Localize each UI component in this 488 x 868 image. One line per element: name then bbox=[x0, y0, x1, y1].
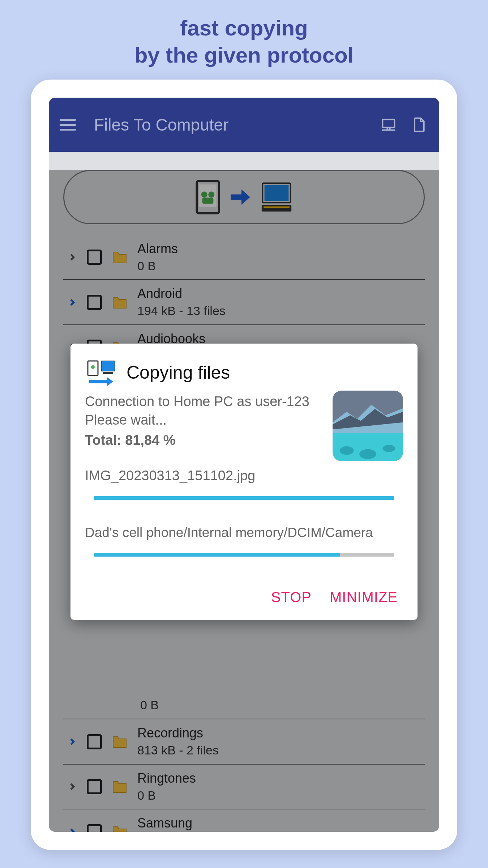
promo-heading: fast copyingby the given protocol bbox=[0, 0, 488, 80]
destination-path: Dad's cell phone/Internal memory/DCIM/Ca… bbox=[85, 525, 403, 540]
file-progress-bar bbox=[94, 496, 394, 500]
stop-button[interactable]: STOP bbox=[271, 589, 312, 605]
svg-rect-0 bbox=[383, 119, 395, 127]
dialog-title: Copying files bbox=[127, 362, 230, 383]
dialog-actions: STOP MINIMIZE bbox=[85, 589, 403, 605]
total-progress-fill bbox=[94, 553, 340, 557]
phone-frame: Files To Computer Alarms0 B bbox=[31, 80, 457, 850]
copy-dialog: Copying files Connection to Home PC as u… bbox=[70, 344, 418, 620]
computer-icon[interactable] bbox=[380, 116, 398, 134]
svg-rect-16 bbox=[103, 372, 113, 374]
svg-rect-15 bbox=[101, 361, 115, 371]
svg-point-21 bbox=[382, 445, 395, 452]
app-screen: Files To Computer Alarms0 B bbox=[49, 98, 439, 832]
dialog-body: Connection to Home PC as user-123 Please… bbox=[85, 392, 403, 605]
file-progress-fill bbox=[94, 496, 394, 500]
transfer-icon bbox=[85, 358, 117, 387]
content-area: Alarms0 B Android194 kB - 13 files Audio… bbox=[49, 170, 439, 832]
total-progress-bar bbox=[94, 553, 394, 557]
app-bar: Files To Computer bbox=[49, 98, 439, 152]
file-thumbnail bbox=[333, 391, 403, 461]
current-file-name: IMG_20230313_151102.jpg bbox=[85, 468, 403, 484]
app-title: Files To Computer bbox=[94, 115, 367, 135]
svg-point-14 bbox=[91, 365, 95, 369]
minimize-button[interactable]: MINIMIZE bbox=[330, 589, 398, 605]
svg-point-19 bbox=[340, 446, 354, 455]
hamburger-icon[interactable] bbox=[60, 119, 76, 131]
dialog-header: Copying files bbox=[85, 358, 403, 387]
file-icon[interactable] bbox=[410, 116, 428, 134]
svg-point-20 bbox=[359, 449, 376, 459]
